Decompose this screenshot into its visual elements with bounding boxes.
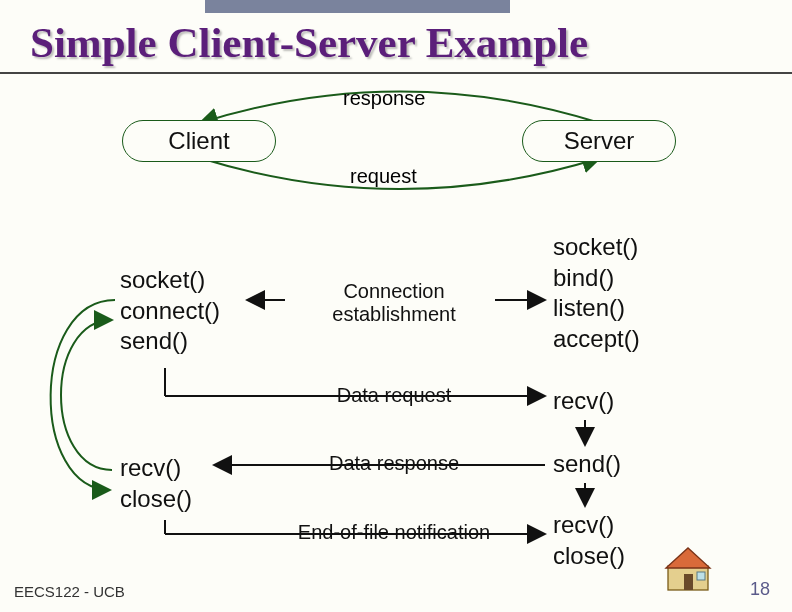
- label-eof: End-of-file notification: [274, 521, 514, 544]
- label-connection-establishment: Connection establishment: [274, 280, 514, 326]
- decorative-top-bar: [205, 0, 510, 13]
- svg-rect-12: [697, 572, 705, 580]
- client-node: Client: [122, 120, 276, 162]
- label-data-request: Data request: [274, 384, 514, 407]
- server-step-recv2: recv() close(): [553, 510, 625, 571]
- title-underline: [0, 72, 792, 74]
- svg-rect-11: [684, 574, 693, 590]
- request-label: request: [350, 165, 417, 188]
- slide-number: 18: [750, 579, 770, 600]
- server-node: Server: [522, 120, 676, 162]
- server-step-socket: socket() bind() listen() accept(): [553, 232, 640, 355]
- response-label: response: [343, 87, 425, 110]
- svg-marker-10: [666, 548, 710, 568]
- server-step-send: send(): [553, 449, 621, 480]
- label-data-response: Data response: [274, 452, 514, 475]
- server-step-recv1: recv(): [553, 386, 614, 417]
- client-step-socket: socket() connect() send(): [120, 265, 220, 357]
- page-title: Simple Client-Server Example: [30, 18, 782, 67]
- client-step-recv: recv() close(): [120, 453, 192, 514]
- home-icon[interactable]: [664, 544, 712, 592]
- footer-course: EECS122 - UCB: [14, 583, 125, 600]
